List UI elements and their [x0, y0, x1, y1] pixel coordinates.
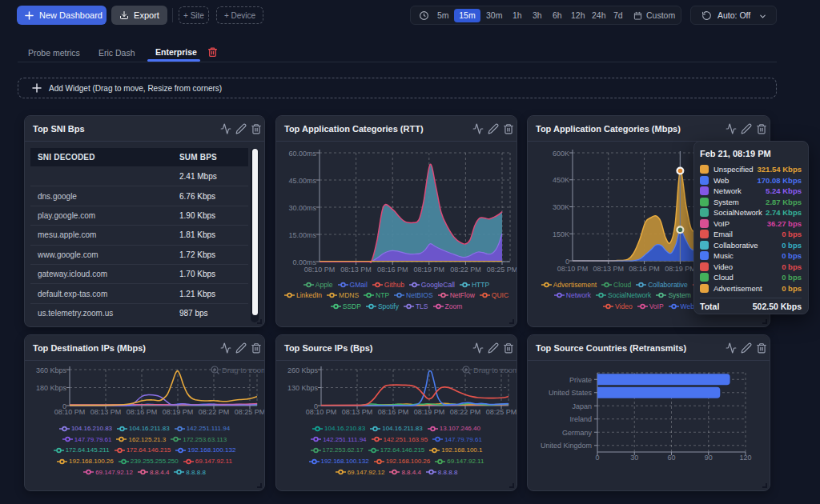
svg-text:15.00ms: 15.00ms	[288, 231, 316, 239]
svg-text:120: 120	[739, 454, 751, 462]
svg-text:08:16 PM: 08:16 PM	[629, 265, 660, 273]
svg-text:130 Kbps: 130 Kbps	[287, 384, 319, 392]
svg-text:08:19 PM: 08:19 PM	[414, 408, 445, 416]
svg-text:08:10 PM: 08:10 PM	[557, 265, 589, 273]
svg-text:08:25 PM: 08:25 PM	[486, 408, 517, 416]
svg-text:180 Kbps: 180 Kbps	[36, 384, 67, 392]
svg-text:450K: 450K	[553, 176, 569, 184]
svg-text:United States: United States	[549, 389, 593, 397]
svg-text:0: 0	[565, 258, 569, 266]
svg-text:08:13 PM: 08:13 PM	[90, 408, 122, 416]
svg-text:30.00ms: 30.00ms	[288, 204, 316, 212]
svg-text:300K: 300K	[553, 203, 569, 211]
svg-text:90: 90	[705, 454, 713, 462]
svg-text:150K: 150K	[553, 230, 569, 238]
svg-text:Private: Private	[569, 376, 592, 384]
svg-text:Germany: Germany	[562, 429, 593, 437]
svg-text:08:25 PM: 08:25 PM	[487, 266, 517, 274]
svg-text:Japan: Japan	[572, 402, 592, 410]
svg-text:08:10 PM: 08:10 PM	[54, 408, 86, 416]
svg-text:30: 30	[630, 454, 638, 462]
svg-text:08:13 PM: 08:13 PM	[342, 408, 373, 416]
svg-text:Ireland: Ireland	[569, 415, 592, 423]
svg-text:08:25 PM: 08:25 PM	[235, 408, 265, 416]
svg-text:0: 0	[595, 454, 599, 462]
svg-text:08:22 PM: 08:22 PM	[450, 408, 481, 416]
svg-text:600K: 600K	[553, 150, 569, 158]
svg-text:08:22 PM: 08:22 PM	[450, 266, 481, 274]
svg-text:08:10 PM: 08:10 PM	[306, 408, 337, 416]
svg-text:08:22 PM: 08:22 PM	[199, 408, 230, 416]
svg-text:08:13 PM: 08:13 PM	[593, 265, 625, 273]
svg-text:60: 60	[667, 454, 675, 462]
svg-text:60.00ms: 60.00ms	[288, 150, 316, 158]
svg-text:08:13 PM: 08:13 PM	[340, 266, 372, 274]
svg-text:360 Kbps: 360 Kbps	[36, 366, 67, 374]
svg-text:Drag to zoom: Drag to zoom	[473, 366, 517, 374]
svg-text:08:19 PM: 08:19 PM	[414, 266, 445, 274]
svg-text:08:16 PM: 08:16 PM	[127, 408, 158, 416]
svg-text:08:16 PM: 08:16 PM	[377, 266, 408, 274]
svg-text:Drag to zoom: Drag to zoom	[222, 366, 265, 374]
svg-text:260 Kbps: 260 Kbps	[287, 366, 319, 374]
svg-text:08:19 PM: 08:19 PM	[163, 408, 194, 416]
svg-text:45.00ms: 45.00ms	[288, 177, 316, 185]
svg-text:08:16 PM: 08:16 PM	[378, 408, 409, 416]
svg-text:United Kingdom: United Kingdom	[541, 442, 592, 450]
svg-text:08:19 PM: 08:19 PM	[665, 265, 696, 273]
svg-text:0.00ms: 0.00ms	[292, 258, 316, 266]
svg-text:08:10 PM: 08:10 PM	[304, 266, 336, 274]
